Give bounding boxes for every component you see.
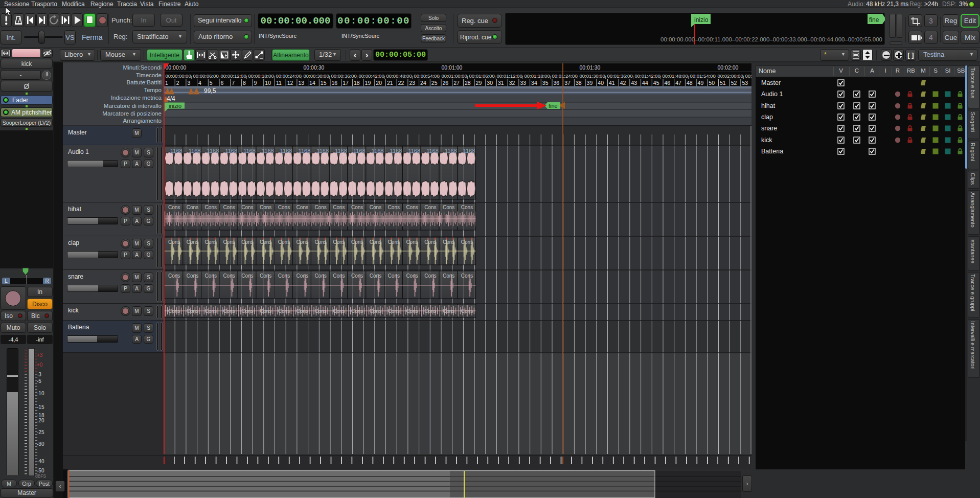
svg-text:Cons: Cons [205,273,217,279]
svg-text:Cons: Cons [314,205,326,210]
svg-text:00:01:48:00: 00:01:48:00 [663,73,688,79]
svg-text:7: 7 [232,80,235,86]
svg-text:44: 44 [642,80,648,86]
svg-text:00:00:36:00: 00:00:36:00 [331,73,357,79]
svg-text:Cons: Cons [443,308,454,314]
svg-text:Cons: Cons [168,273,180,279]
svg-text:00:00:30: 00:00:30 [304,64,325,71]
svg-text:1168: 1168 [207,148,219,154]
svg-text:00:00:00.000–00:00:11.000–00:0: 00:00:00.000–00:00:11.000–00:00:22.000–0… [660,36,882,42]
svg-text:Cons: Cons [205,205,217,210]
svg-text:32: 32 [509,80,515,86]
svg-text:Cons: Cons [241,239,253,245]
svg-text:00:00:00:00: 00:00:00:00 [166,73,191,79]
svg-text:Cons: Cons [297,205,308,210]
svg-text:1168: 1168 [445,148,457,154]
svg-text:Cons: Cons [187,308,198,314]
svg-text:Cons: Cons [278,239,290,245]
svg-text:Cons: Cons [241,273,253,279]
svg-text:42: 42 [620,80,626,86]
svg-text:38: 38 [576,80,582,86]
svg-text:1168: 1168 [408,148,420,154]
svg-text:52: 52 [731,80,737,86]
svg-text:46: 46 [665,80,671,86]
svg-text:4: 4 [198,80,201,86]
svg-text:Cons: Cons [461,239,473,245]
svg-text:Cons: Cons [443,205,454,210]
svg-text:30: 30 [487,80,493,86]
svg-text:00:00:24:00: 00:00:24:00 [276,73,302,79]
svg-text:Cons: Cons [223,205,235,210]
svg-text:1168: 1168 [372,148,384,154]
svg-text:Cons: Cons [260,273,271,279]
svg-text:00:02:06:00: 00:02:06:00 [745,73,752,79]
svg-text:00:02:00: 00:02:00 [718,64,739,71]
svg-text:Cons: Cons [260,239,271,245]
svg-text:12: 12 [287,80,293,86]
svg-text:39: 39 [587,80,593,86]
svg-text:inizio: inizio [694,16,709,24]
svg-text:21: 21 [387,80,393,86]
svg-text:00:01:06:00: 00:01:06:00 [469,73,495,79]
svg-text:Cons: Cons [333,205,345,210]
svg-text:Cons: Cons [351,273,363,279]
svg-text:00:00:18:00: 00:00:18:00 [248,73,274,79]
svg-text:Cons: Cons [205,308,217,314]
svg-text:47: 47 [675,80,681,86]
svg-text:Cons: Cons [351,308,363,314]
svg-text:1168: 1168 [189,148,201,154]
svg-text:51: 51 [720,80,726,86]
svg-text:18: 18 [354,80,360,86]
svg-text:Cons: Cons [314,273,326,279]
svg-text:Cons: Cons [443,239,454,245]
svg-text:36: 36 [554,80,560,86]
svg-text:Cons: Cons [388,273,400,279]
svg-text:fine: fine [869,16,879,24]
svg-text:Cons: Cons [168,205,180,210]
svg-text:Cons: Cons [388,308,400,314]
svg-text:00:01:24:00: 00:01:24:00 [552,73,578,79]
svg-text:Cons: Cons [187,239,198,245]
svg-text:Cons: Cons [370,239,381,245]
svg-text:19: 19 [365,80,371,86]
svg-text:fine: fine [549,103,558,109]
svg-text:4/4: 4/4 [167,95,175,102]
svg-text:Cons: Cons [168,308,180,314]
svg-text:1168: 1168 [299,148,311,154]
svg-text:Cons: Cons [260,308,271,314]
svg-text:Cons: Cons [297,239,308,245]
svg-text:9: 9 [254,80,257,86]
svg-text:49: 49 [698,80,704,86]
svg-text:00:00:06:00: 00:00:06:00 [193,73,219,79]
svg-text:45: 45 [653,80,659,86]
svg-text:1168: 1168 [225,148,237,154]
svg-text:1168: 1168 [426,148,439,154]
svg-text:00:00:54:00: 00:00:54:00 [414,73,440,79]
svg-text:00:01:00:00: 00:01:00:00 [442,73,467,79]
svg-text:1168: 1168 [243,148,256,154]
svg-text:99,5: 99,5 [204,87,216,95]
svg-text:Cons: Cons [278,308,290,314]
svg-text:00:00:00: 00:00:00 [166,64,187,71]
svg-text:50: 50 [709,80,715,86]
svg-text:Cons: Cons [424,239,436,245]
svg-text:25: 25 [431,80,438,86]
svg-text:00:01:54:00: 00:01:54:00 [690,73,716,79]
svg-text:34: 34 [531,80,537,86]
svg-text:33: 33 [520,80,526,86]
svg-text:Cons: Cons [443,273,454,279]
svg-text:Cons: Cons [223,273,235,279]
svg-text:Cons: Cons [223,239,235,245]
svg-text:8: 8 [243,80,246,86]
svg-text:41: 41 [609,80,615,86]
svg-text:37: 37 [564,80,571,86]
svg-text:inizio: inizio [169,103,181,109]
svg-text:1168: 1168 [170,148,183,154]
svg-text:00:01:12:00: 00:01:12:00 [497,73,522,79]
svg-text:Cons: Cons [241,308,253,314]
svg-text:Cons: Cons [241,205,253,210]
svg-text:00:01:18:00: 00:01:18:00 [525,73,550,79]
svg-text:Cons: Cons [297,273,308,279]
svg-text:1: 1 [165,80,168,86]
svg-text:53: 53 [742,80,748,86]
